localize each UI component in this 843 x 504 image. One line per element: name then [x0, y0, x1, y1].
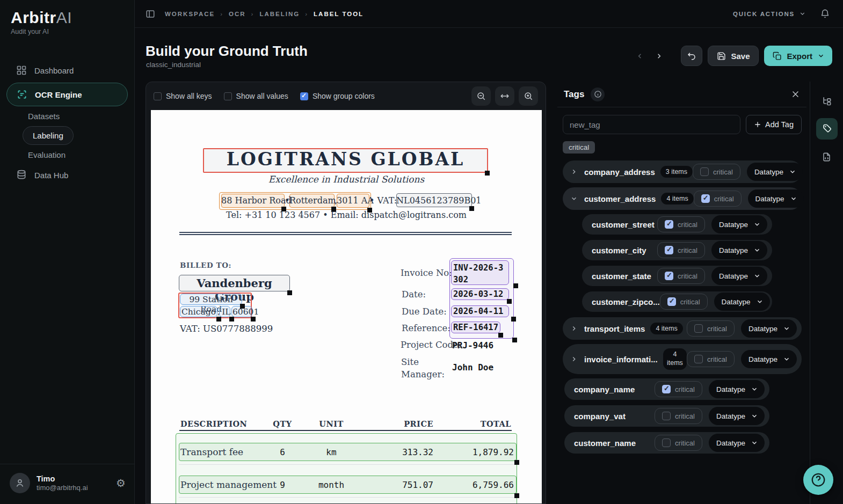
- sidebar-item-evaluation[interactable]: Evaluation: [0, 146, 134, 164]
- resize-handle[interactable]: [216, 317, 221, 322]
- resize-handle[interactable]: [367, 208, 372, 213]
- resize-handle[interactable]: [514, 493, 519, 498]
- critical-toggle[interactable]: critical: [694, 191, 742, 207]
- info-icon[interactable]: [591, 87, 605, 101]
- export-button[interactable]: Export: [764, 46, 832, 66]
- datatype-select[interactable]: Datatype: [709, 380, 765, 398]
- toggle-show-group-colors[interactable]: Show group colors: [300, 92, 375, 100]
- resize-handle[interactable]: [511, 317, 516, 322]
- critical-toggle[interactable]: critical: [657, 216, 705, 232]
- datatype-select[interactable]: Datatype: [709, 407, 765, 425]
- datatype-select[interactable]: Datatype: [711, 215, 767, 233]
- resize-handle[interactable]: [240, 304, 245, 309]
- tag-row-customer-address[interactable]: customer_address 4 items critical Dataty…: [563, 187, 802, 210]
- notifications-bell-icon[interactable]: [820, 9, 830, 19]
- resize-handle[interactable]: [485, 171, 490, 176]
- critical-checkbox[interactable]: [667, 297, 676, 306]
- undo-button[interactable]: [681, 46, 702, 66]
- critical-toggle[interactable]: critical: [655, 408, 702, 424]
- resize-handle[interactable]: [512, 338, 517, 342]
- checkbox[interactable]: [154, 92, 162, 100]
- zoom-in-button[interactable]: [519, 86, 538, 106]
- resize-handle[interactable]: [514, 460, 519, 465]
- fit-width-button[interactable]: [495, 86, 514, 106]
- critical-toggle[interactable]: critical: [660, 294, 708, 310]
- resize-handle[interactable]: [498, 333, 503, 338]
- resize-handle[interactable]: [229, 317, 234, 322]
- settings-gear-icon[interactable]: ⚙: [116, 477, 126, 490]
- critical-toggle[interactable]: critical: [687, 351, 735, 367]
- critical-checkbox[interactable]: [665, 246, 673, 254]
- avatar[interactable]: [10, 473, 30, 493]
- tag-row-customer-state[interactable]: customer_state critical Datatype: [582, 266, 772, 286]
- critical-checkbox[interactable]: [662, 439, 671, 447]
- add-tag-button[interactable]: Add Tag: [746, 115, 802, 134]
- critical-checkbox[interactable]: [701, 194, 710, 203]
- help-button[interactable]: [803, 465, 833, 495]
- tags-view-button[interactable]: [816, 118, 838, 140]
- critical-toggle[interactable]: critical: [657, 268, 705, 284]
- tag-row-company-vat[interactable]: company_vat critical Datatype: [564, 405, 769, 427]
- tag-row-customer-zipcode[interactable]: customer_zipco... critical Datatype: [582, 291, 772, 312]
- critical-toggle[interactable]: critical: [687, 320, 735, 337]
- breadcrumb-labeling[interactable]: LABELING: [259, 11, 300, 17]
- checkbox[interactable]: [300, 92, 308, 100]
- checkbox[interactable]: [224, 92, 232, 100]
- datatype-select[interactable]: Datatype: [741, 319, 797, 338]
- new-tag-input[interactable]: [563, 115, 740, 134]
- close-icon[interactable]: [791, 90, 800, 99]
- datatype-select[interactable]: Datatype: [748, 189, 804, 208]
- sidebar-item-ocr-engine[interactable]: OCR Engine: [6, 83, 128, 106]
- resize-handle[interactable]: [469, 206, 474, 211]
- chevron-right-icon[interactable]: [570, 355, 580, 363]
- resize-handle[interactable]: [287, 290, 292, 295]
- datatype-select[interactable]: Datatype: [747, 163, 803, 181]
- resize-handle[interactable]: [513, 283, 518, 288]
- critical-checkbox[interactable]: [665, 272, 673, 280]
- datatype-select[interactable]: Datatype: [714, 293, 770, 311]
- prev-document-button[interactable]: [633, 46, 646, 66]
- tag-row-customer-name[interactable]: customer_name critical Datatype: [564, 432, 769, 454]
- chevron-down-icon[interactable]: [570, 195, 580, 202]
- critical-checkbox[interactable]: [700, 167, 709, 176]
- zoom-out-button[interactable]: [471, 86, 491, 106]
- tree-view-button[interactable]: [816, 90, 838, 112]
- datatype-select[interactable]: Datatype: [711, 267, 767, 285]
- sidebar-item-dashboard[interactable]: Dashboard: [0, 59, 134, 82]
- save-button[interactable]: Save: [708, 46, 759, 66]
- critical-checkbox[interactable]: [662, 412, 671, 420]
- chevron-right-icon[interactable]: [570, 168, 580, 176]
- critical-checkbox[interactable]: [694, 355, 703, 363]
- resize-handle[interactable]: [507, 299, 512, 304]
- tag-row-customer-city[interactable]: customer_city critical Datatype: [582, 240, 772, 260]
- quick-actions-menu[interactable]: QUICK ACTIONS: [733, 10, 806, 17]
- breadcrumb-ocr[interactable]: OCR: [229, 11, 246, 17]
- critical-checkbox[interactable]: [662, 385, 671, 393]
- chevron-right-icon[interactable]: [570, 325, 580, 332]
- datatype-select[interactable]: Datatype: [711, 241, 767, 259]
- critical-checkbox[interactable]: [665, 220, 673, 229]
- sidebar-item-labeling[interactable]: Labeling: [23, 126, 74, 145]
- critical-toggle[interactable]: critical: [693, 164, 740, 180]
- sidebar-item-data-hub[interactable]: Data Hub: [0, 164, 134, 186]
- sidebar-item-datasets[interactable]: Datasets: [0, 107, 134, 125]
- critical-toggle[interactable]: critical: [655, 435, 702, 451]
- resize-handle[interactable]: [281, 207, 286, 211]
- critical-checkbox[interactable]: [694, 324, 703, 333]
- resize-handle[interactable]: [251, 317, 256, 322]
- tag-row-company-address[interactable]: company_address 3 items critical Datatyp…: [563, 160, 802, 183]
- tag-row-customer-street[interactable]: customer_street critical Datatype: [582, 214, 772, 235]
- tag-row-company-name[interactable]: company_name critical Datatype: [564, 378, 769, 400]
- panel-toggle-icon[interactable]: [146, 9, 155, 19]
- datatype-select[interactable]: Datatype: [741, 350, 797, 368]
- document-page[interactable]: LOGITRANS GLOBAL Excellence in Industria…: [151, 110, 542, 504]
- critical-toggle[interactable]: critical: [657, 242, 705, 258]
- next-document-button[interactable]: [652, 46, 666, 66]
- tag-row-invoice-information[interactable]: invoice_informati... 4 items critical Da…: [563, 344, 802, 374]
- toggle-show-all-values[interactable]: Show all values: [224, 92, 288, 100]
- resize-handle[interactable]: [331, 207, 336, 211]
- breadcrumb-workspace[interactable]: WORKSPACE: [165, 11, 215, 17]
- datatype-select[interactable]: Datatype: [709, 434, 765, 452]
- tag-row-transport-items[interactable]: transport_items 4 items critical Datatyp…: [563, 317, 802, 340]
- critical-toggle[interactable]: critical: [655, 381, 702, 397]
